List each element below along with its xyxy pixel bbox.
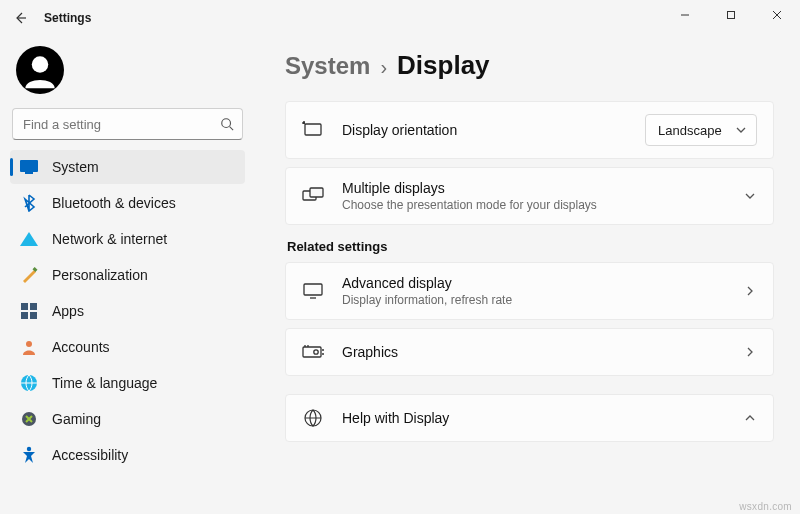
- globe-icon: [302, 407, 324, 429]
- person-icon: [18, 48, 62, 92]
- svg-rect-18: [304, 284, 322, 295]
- breadcrumb-parent[interactable]: System: [285, 52, 370, 80]
- titlebar: Settings: [0, 0, 800, 36]
- search-field[interactable]: [21, 116, 220, 133]
- svg-rect-10: [30, 312, 37, 319]
- sidebar-item-accessibility[interactable]: Accessibility: [10, 438, 245, 472]
- orientation-select[interactable]: Landscape: [645, 114, 757, 146]
- sidebar-item-label: Network & internet: [52, 231, 167, 247]
- sidebar-item-label: Personalization: [52, 267, 148, 283]
- svg-rect-15: [305, 124, 321, 135]
- main-content: System › Display Display orientation Lan…: [255, 36, 800, 514]
- breadcrumb-separator: ›: [380, 56, 387, 79]
- card-multiple-displays[interactable]: Multiple displays Choose the presentatio…: [285, 167, 774, 225]
- sidebar-item-label: System: [52, 159, 99, 175]
- close-button[interactable]: [754, 0, 800, 30]
- chevron-down-icon: [734, 123, 748, 137]
- window-title: Settings: [44, 11, 91, 25]
- card-title: Multiple displays: [342, 180, 733, 196]
- search-icon: [220, 117, 234, 131]
- svg-point-2: [32, 56, 49, 73]
- breadcrumb-current: Display: [397, 50, 490, 81]
- sidebar-item-label: Bluetooth & devices: [52, 195, 176, 211]
- sidebar-item-apps[interactable]: Apps: [10, 294, 245, 328]
- sidebar-item-label: Accessibility: [52, 447, 128, 463]
- window-controls: [662, 0, 800, 30]
- maximize-button[interactable]: [708, 0, 754, 30]
- chevron-right-icon: [743, 284, 757, 298]
- svg-point-3: [222, 119, 231, 128]
- sidebar-item-label: Time & language: [52, 375, 157, 391]
- sidebar: System Bluetooth & devices Network & int…: [0, 36, 255, 514]
- graphics-icon: [302, 341, 324, 363]
- arrow-left-icon: [12, 10, 28, 26]
- svg-rect-9: [21, 312, 28, 319]
- sidebar-item-network[interactable]: Network & internet: [10, 222, 245, 256]
- card-title: Display orientation: [342, 122, 635, 138]
- card-display-orientation[interactable]: Display orientation Landscape: [285, 101, 774, 159]
- related-settings-heading: Related settings: [287, 239, 774, 254]
- breadcrumb: System › Display: [285, 50, 774, 81]
- accounts-icon: [20, 338, 38, 356]
- chevron-right-icon: [743, 345, 757, 359]
- card-title: Graphics: [342, 344, 733, 360]
- accessibility-icon: [20, 446, 38, 464]
- search-input[interactable]: [12, 108, 243, 140]
- orientation-icon: [302, 119, 324, 141]
- close-icon: [772, 10, 782, 20]
- card-graphics[interactable]: Graphics: [285, 328, 774, 376]
- sidebar-item-label: Gaming: [52, 411, 101, 427]
- svg-rect-0: [728, 12, 735, 19]
- card-title: Advanced display: [342, 275, 733, 291]
- sidebar-item-gaming[interactable]: Gaming: [10, 402, 245, 436]
- minimize-icon: [680, 10, 690, 20]
- minimize-button[interactable]: [662, 0, 708, 30]
- multiple-displays-icon: [302, 185, 324, 207]
- orientation-value: Landscape: [658, 123, 722, 138]
- sidebar-item-label: Apps: [52, 303, 84, 319]
- back-button[interactable]: [4, 2, 36, 34]
- svg-point-14: [27, 447, 31, 451]
- svg-rect-5: [25, 172, 33, 174]
- paintbrush-icon: [20, 266, 38, 284]
- gaming-icon: [20, 410, 38, 428]
- card-subtitle: Choose the presentation mode for your di…: [342, 198, 733, 212]
- nav-list: System Bluetooth & devices Network & int…: [8, 150, 247, 472]
- sidebar-item-time-language[interactable]: Time & language: [10, 366, 245, 400]
- sidebar-item-personalization[interactable]: Personalization: [10, 258, 245, 292]
- account-header[interactable]: [8, 42, 247, 108]
- svg-rect-4: [20, 160, 38, 172]
- card-advanced-display[interactable]: Advanced display Display information, re…: [285, 262, 774, 320]
- search-wrap: [12, 108, 243, 140]
- avatar: [16, 46, 64, 94]
- layout: System Bluetooth & devices Network & int…: [0, 36, 800, 514]
- chevron-down-icon: [743, 189, 757, 203]
- sidebar-item-accounts[interactable]: Accounts: [10, 330, 245, 364]
- svg-rect-17: [310, 188, 323, 197]
- wifi-icon: [20, 230, 38, 248]
- card-title: Help with Display: [342, 410, 733, 426]
- svg-rect-8: [30, 303, 37, 310]
- chevron-up-icon: [743, 411, 757, 425]
- svg-point-11: [26, 341, 32, 347]
- card-subtitle: Display information, refresh rate: [342, 293, 733, 307]
- svg-point-20: [314, 350, 318, 354]
- maximize-icon: [726, 10, 736, 20]
- sidebar-item-system[interactable]: System: [10, 150, 245, 184]
- sidebar-item-bluetooth[interactable]: Bluetooth & devices: [10, 186, 245, 220]
- globe-time-icon: [20, 374, 38, 392]
- watermark: wsxdn.com: [739, 501, 792, 512]
- monitor-icon: [302, 280, 324, 302]
- card-help-display[interactable]: Help with Display: [285, 394, 774, 442]
- apps-icon: [20, 302, 38, 320]
- sidebar-item-label: Accounts: [52, 339, 110, 355]
- bluetooth-icon: [20, 194, 38, 212]
- system-icon: [20, 158, 38, 176]
- svg-rect-7: [21, 303, 28, 310]
